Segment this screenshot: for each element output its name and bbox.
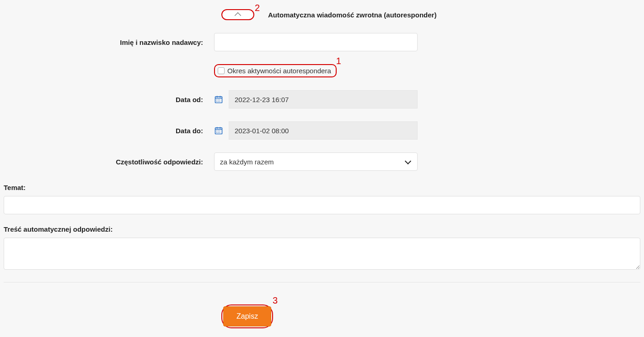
calendar-icon[interactable] [214, 90, 229, 109]
label-body: Treść automatycznej odpowiedzi: [4, 225, 640, 233]
checkbox-icon [218, 67, 225, 74]
sender-name-input[interactable] [214, 33, 418, 51]
divider [4, 282, 640, 283]
date-to-input[interactable] [229, 121, 418, 140]
label-date-from: Data od: [4, 96, 214, 103]
calendar-icon[interactable] [214, 121, 229, 140]
frequency-select[interactable]: za każdym razem [214, 152, 418, 171]
activity-period-checkbox-wrapper[interactable]: Okres aktywności autorespondera 1 [214, 64, 337, 77]
save-button[interactable]: Zapisz [223, 306, 271, 326]
collapse-toggle[interactable]: 2 [221, 9, 254, 20]
subject-input[interactable] [4, 196, 640, 214]
chevron-up-icon [235, 12, 241, 19]
body-textarea[interactable] [4, 238, 640, 270]
activity-period-label: Okres aktywności autorespondera [227, 67, 331, 75]
date-from-input[interactable] [229, 90, 418, 109]
annotation-2: 2 [255, 3, 260, 13]
label-date-to: Data do: [4, 127, 214, 135]
label-frequency: Częstotliwość odpowiedzi: [4, 158, 214, 166]
annotation-1: 1 [336, 56, 341, 66]
annotation-3: 3 [273, 295, 278, 306]
frequency-selected-value: za każdym razem [220, 158, 274, 166]
save-button-highlight: Zapisz 3 [221, 304, 273, 328]
label-subject: Temat: [4, 184, 640, 191]
section-title: Automatyczna wiadomość zwrotna (autoresp… [268, 11, 436, 19]
label-sender-name: Imię i nazwisko nadawcy: [4, 38, 214, 46]
